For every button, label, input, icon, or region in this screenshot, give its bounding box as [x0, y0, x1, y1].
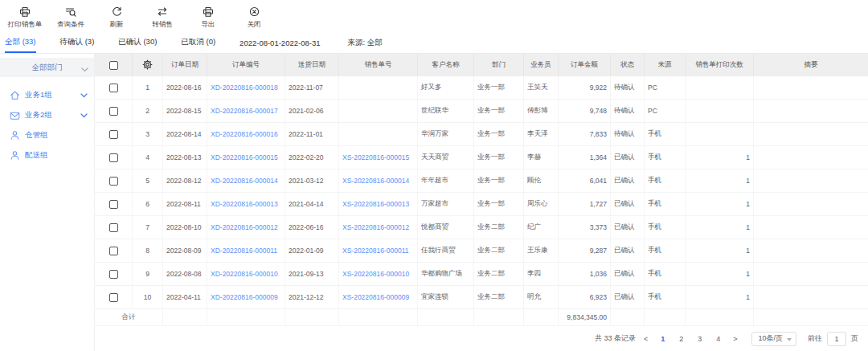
- row-checkbox[interactable]: [109, 153, 118, 162]
- sales-no: XS-20220816-000015: [339, 146, 418, 169]
- row-checkbox[interactable]: [109, 293, 118, 302]
- source: 手机: [645, 169, 686, 192]
- page-button-4[interactable]: 4: [711, 335, 725, 343]
- department: 业务二部: [474, 286, 524, 308]
- row-checkbox[interactable]: [109, 177, 118, 186]
- sidebar-item-2[interactable]: 仓管组: [0, 125, 94, 145]
- order-no-link[interactable]: XD-20220816-000010: [211, 270, 278, 278]
- sales-no-link[interactable]: XS-20220816-000012: [342, 223, 409, 231]
- order-no-link[interactable]: XD-20220816-000014: [211, 177, 278, 185]
- toolbar-button-label: 查询条件: [57, 20, 84, 30]
- sales-no-link[interactable]: XS-20220816-000013: [342, 200, 409, 208]
- delivery-date: 2022-11-07: [285, 76, 339, 99]
- column-header-11: 摘要: [754, 54, 868, 76]
- print-count: [686, 100, 754, 122]
- select-all-checkbox[interactable]: [109, 61, 118, 70]
- order-no: XD-20220816-000015: [207, 146, 285, 169]
- transfer-icon: [157, 6, 168, 18]
- sales-no-link[interactable]: XS-20220816-000014: [342, 177, 409, 185]
- content: 全部部门 业务1组业务2组仓管组配送组 订单日期订单编号送货日期销售单号客户名称…: [0, 54, 868, 351]
- row-checkbox[interactable]: [109, 107, 118, 116]
- toolbar-button-transfer[interactable]: 转销售: [144, 6, 181, 30]
- toolbar-button-refresh[interactable]: 刷新: [98, 6, 135, 30]
- sidebar-item-1[interactable]: 业务2组: [0, 105, 94, 125]
- sidebar-item-label: 业务1组: [25, 90, 52, 100]
- sales-no-link[interactable]: XS-20220816-000009: [342, 293, 409, 301]
- order-no-link[interactable]: XD-20220816-000017: [211, 107, 278, 115]
- toolbar-button-export-printer[interactable]: 导出: [190, 6, 227, 30]
- row-checkbox[interactable]: [109, 130, 118, 139]
- total-order-no: [207, 309, 285, 325]
- order-no: XD-20220816-000018: [207, 76, 285, 99]
- department: 业务一部: [474, 76, 524, 99]
- page-button-2[interactable]: 2: [674, 335, 688, 343]
- customer-name: 华润万家: [418, 123, 474, 145]
- total-source: [645, 309, 686, 325]
- table-row: 42022-08-13XD-20220816-0000152022-02-20X…: [95, 146, 868, 169]
- row-checkbox[interactable]: [109, 223, 118, 232]
- order-date: 2022-04-11: [163, 286, 207, 308]
- table-row: 62022-08-11XD-20220816-0000132021-04-14X…: [95, 193, 868, 216]
- source: 手机: [645, 193, 686, 215]
- page-size-label: 10条/页: [758, 333, 783, 344]
- page-button-1[interactable]: 1: [656, 335, 669, 343]
- source: 手机: [645, 239, 686, 262]
- toolbar-button-label: 打印销售单: [8, 20, 43, 30]
- summary: [754, 286, 868, 308]
- order-no-link[interactable]: XD-20220816-000012: [211, 223, 278, 231]
- order-no-link[interactable]: XD-20220816-000009: [211, 293, 278, 301]
- order-no-link[interactable]: XD-20220816-000011: [211, 247, 277, 255]
- sidebar-item-0[interactable]: 业务1组: [0, 85, 94, 105]
- summary: [754, 263, 868, 285]
- close-circle-icon: [249, 6, 260, 18]
- order-no-link[interactable]: XD-20220816-000013: [211, 200, 278, 208]
- order-no-link[interactable]: XD-20220816-000015: [211, 153, 278, 161]
- next-page-button[interactable]: >: [730, 335, 740, 343]
- tab-0[interactable]: 全部 (33): [5, 32, 36, 53]
- sales-no: [339, 76, 418, 99]
- status: 已确认: [611, 216, 645, 239]
- total-delivery-date: [285, 309, 339, 325]
- table-row: 32022-08-14XD-20220816-0000162022-11-01华…: [95, 123, 868, 146]
- sales-no-link[interactable]: XS-20220816-000015: [342, 153, 409, 161]
- customer-name: 天天商贸: [418, 146, 474, 169]
- row-select-cell: [95, 100, 133, 122]
- department: 业务一部: [474, 146, 524, 169]
- sidebar-item-3[interactable]: 配送组: [0, 145, 94, 165]
- row-checkbox[interactable]: [109, 270, 118, 279]
- order-date: 2022-08-11: [163, 193, 207, 215]
- source: 手机: [645, 146, 686, 169]
- salesperson: 李四: [524, 263, 559, 285]
- row-checkbox[interactable]: [109, 247, 118, 255]
- goto-page-input[interactable]: [827, 332, 846, 346]
- toolbar-button-search-filter[interactable]: 查询条件: [52, 6, 89, 30]
- gear-icon[interactable]: [142, 59, 153, 71]
- column-header-7: 订单金额: [559, 54, 611, 76]
- tab-3[interactable]: 已取消 (0): [181, 32, 215, 53]
- row-select-cell: [95, 193, 133, 215]
- row-checkbox[interactable]: [109, 84, 118, 92]
- order-date: 2022-08-12: [163, 169, 207, 192]
- toolbar-button-close-circle[interactable]: 关闭: [235, 6, 272, 30]
- row-index: 8: [133, 239, 163, 262]
- department-selector[interactable]: 全部部门: [0, 58, 94, 77]
- sales-no-link[interactable]: XS-20220816-000011: [342, 247, 409, 255]
- prev-page-button[interactable]: <: [641, 335, 651, 343]
- row-checkbox[interactable]: [109, 200, 118, 209]
- tab-1[interactable]: 待确认 (3): [60, 32, 95, 53]
- source: 手机: [645, 263, 686, 285]
- chevron-down-icon[interactable]: [80, 111, 88, 120]
- customer-name: 任我行商贸: [418, 239, 474, 262]
- tab-2[interactable]: 已确认 (30): [118, 32, 157, 53]
- page-button-3[interactable]: 3: [693, 335, 706, 343]
- user-icon: [10, 130, 20, 141]
- chevron-down-icon[interactable]: [80, 91, 88, 100]
- toolbar-button-label: 刷新: [110, 20, 124, 30]
- order-no-link[interactable]: XD-20220816-000018: [211, 84, 278, 92]
- sales-no-link[interactable]: XS-20220816-000010: [342, 270, 409, 278]
- order-no-link[interactable]: XD-20220816-000016: [211, 130, 278, 138]
- toolbar-button-printer[interactable]: 打印销售单: [6, 6, 43, 30]
- summary: [754, 216, 868, 239]
- page-size-select[interactable]: 10条/页: [751, 332, 796, 346]
- salesperson: 李赫: [524, 146, 559, 169]
